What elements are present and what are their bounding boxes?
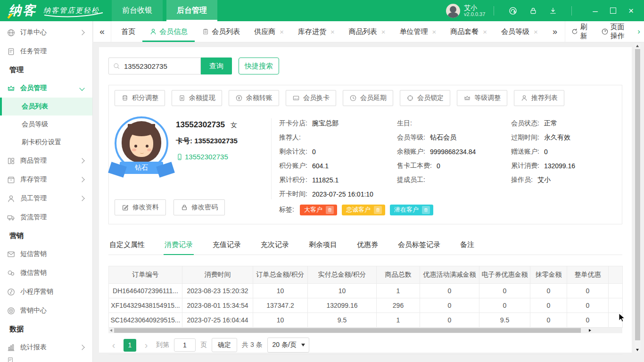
- horizontal-scrollbar-thumb[interactable]: [114, 328, 581, 333]
- member-details: 开卡分店:腕宝总部 推荐人: 剩余计次:0 积分账户:604.1 累计积分:11…: [279, 116, 616, 217]
- close-tab-icon[interactable]: ×: [432, 28, 437, 36]
- topnav: 前台收银 后台管理: [112, 0, 221, 21]
- scroll-left-arrow-icon[interactable]: [110, 329, 112, 332]
- balance-transfer-button[interactable]: 余额转账: [229, 90, 279, 106]
- scroll-right-arrow-icon[interactable]: [589, 329, 591, 332]
- sidebar-item-inventory-mgmt[interactable]: 库存管理: [0, 170, 92, 189]
- tab-remaining-items[interactable]: 剩余项目: [308, 236, 338, 255]
- sidebar-item-marketing-center[interactable]: 营销中心: [0, 301, 92, 320]
- app-version: v2.0.0.37: [464, 11, 485, 17]
- refresh-button[interactable]: 刷新: [565, 23, 595, 41]
- current-page-button[interactable]: 1: [124, 339, 136, 352]
- sidebar-item-member-mgmt[interactable]: 会员管理: [0, 79, 92, 98]
- page-size-select[interactable]: 20 条/页: [267, 337, 309, 353]
- tab-stock-in[interactable]: 库存进货×: [291, 21, 342, 42]
- tab-member-level[interactable]: 会员等级×: [494, 21, 545, 42]
- tab-member-list[interactable]: 会员列表: [195, 21, 247, 42]
- download-icon[interactable]: [549, 7, 557, 15]
- sidebar-item-card-points[interactable]: 刷卡积分设置: [0, 133, 92, 151]
- sidebar-item-goods-mgmt[interactable]: 商品管理: [0, 151, 92, 170]
- tab-unit-mgmt[interactable]: 单位管理×: [393, 21, 444, 42]
- collapse-tabs-button[interactable]: «: [93, 21, 111, 42]
- sidebar-item-miniapp-marketing[interactable]: 小程序营销: [0, 282, 92, 301]
- divider: [571, 6, 572, 16]
- tab-remarks[interactable]: 备注: [459, 236, 475, 255]
- table-header-row: 订单编号 消费时间 订单总金额/积分 实付总金额/积分 商品总数 优惠活动满减金…: [109, 266, 623, 284]
- sidebar-item-wechat-marketing[interactable]: 微信营销: [0, 263, 92, 282]
- tab-times-records[interactable]: 充次记录: [260, 236, 290, 255]
- balance-withdraw-button[interactable]: 余额提现: [172, 90, 222, 106]
- report-chart-icon: [7, 343, 16, 352]
- tags-label: 标签:: [279, 206, 294, 214]
- sidebar-item-employee-mgmt[interactable]: 员工管理: [0, 189, 92, 208]
- query-button[interactable]: 查询: [201, 58, 232, 74]
- sidebar-item-task-mgmt[interactable]: 任务管理: [0, 42, 92, 61]
- tab-consume-records[interactable]: 消费记录: [164, 236, 194, 255]
- refresh-icon: [571, 28, 578, 35]
- close-tab-icon[interactable]: ×: [381, 28, 386, 36]
- quick-search-button[interactable]: 快捷搜索: [239, 58, 279, 74]
- tab-home[interactable]: 首页: [114, 21, 142, 42]
- tab-supplier[interactable]: 供应商×: [247, 21, 291, 42]
- tab-custom-attrs[interactable]: 自定义属性: [108, 236, 146, 255]
- vertical-scrollbar-thumb[interactable]: [635, 49, 640, 340]
- member-search-input[interactable]: [108, 58, 201, 74]
- lock-screen-icon[interactable]: [529, 7, 537, 15]
- confirm-page-button[interactable]: 确定: [212, 338, 237, 352]
- support-headset-icon[interactable]: [508, 6, 518, 16]
- prev-page-button[interactable]: ‹: [108, 339, 119, 351]
- delete-tag-button[interactable]: [422, 206, 430, 214]
- close-tab-icon[interactable]: ×: [280, 28, 284, 36]
- next-page-button[interactable]: ›: [141, 339, 151, 351]
- close-tab-icon[interactable]: ×: [330, 28, 335, 36]
- sidebar-item-order-center[interactable]: 订单中心: [0, 23, 92, 42]
- member-detail: 钻石 13552302735女 卡号: 13552302735 13552302…: [115, 116, 616, 217]
- more-chevron[interactable]: ›: [636, 27, 644, 36]
- table-row[interactable]: XF164329438154915...2023-08-01 15:34:541…: [109, 298, 623, 313]
- tab-goods-list[interactable]: 商品列表×: [342, 21, 393, 42]
- sidebar-item-member-list[interactable]: 会员列表: [0, 98, 92, 115]
- member-card-no: 卡号: 13552302735: [176, 137, 238, 146]
- sidebar-item-statistics[interactable]: 统计报表: [0, 338, 92, 357]
- card-replace-button[interactable]: 会员换卡: [286, 90, 336, 106]
- member-extend-button[interactable]: 会员延期: [343, 90, 393, 106]
- app-tagline: 纳客管店更轻松: [43, 6, 99, 15]
- table-row[interactable]: DH16464072396111...2023-08-23 15:20:3210…: [109, 284, 623, 298]
- expand-tabs-button[interactable]: »: [545, 27, 565, 37]
- tab-coupons[interactable]: 优惠券: [356, 236, 379, 255]
- tab-member-info[interactable]: 会员信息: [142, 21, 195, 42]
- close-button[interactable]: ×: [628, 0, 634, 21]
- consume-records-table: 订单编号 消费时间 订单总金额/积分 实付总金额/积分 商品总数 优惠活动满减金…: [108, 266, 623, 328]
- minimize-button[interactable]: –: [593, 0, 598, 21]
- maximize-button[interactable]: [610, 8, 616, 14]
- sidebar-item-member-level[interactable]: 会员等级: [0, 115, 92, 133]
- level-adjust-button[interactable]: 等级调整: [457, 90, 507, 106]
- user-avatar[interactable]: [446, 4, 460, 18]
- close-tab-icon[interactable]: ×: [534, 28, 538, 36]
- tab-recharge-records[interactable]: 充值记录: [212, 236, 242, 255]
- referral-list-button[interactable]: 推荐列表: [514, 90, 564, 106]
- vertical-scrollbar[interactable]: [635, 43, 641, 353]
- points-adjust-button[interactable]: 积分调整: [115, 90, 165, 106]
- tab-tag-records[interactable]: 会员标签记录: [397, 236, 441, 255]
- tab-goods-combo[interactable]: 商品套餐×: [443, 21, 494, 42]
- delete-tag-button[interactable]: [326, 206, 334, 214]
- member-phone[interactable]: 13552302735: [176, 153, 238, 161]
- scroll-up-arrow-icon[interactable]: [636, 45, 639, 47]
- close-tab-icon[interactable]: ×: [483, 28, 487, 36]
- edit-profile-button[interactable]: 修改资料: [115, 199, 166, 215]
- horizontal-scrollbar[interactable]: [108, 328, 622, 333]
- delete-tag-button[interactable]: [374, 206, 382, 214]
- member-lock-button[interactable]: 会员锁定: [400, 90, 450, 106]
- topnav-tab-frontdesk[interactable]: 前台收银: [112, 0, 163, 21]
- page-ops-button[interactable]: 页面操作: [595, 23, 637, 41]
- topnav-tab-backoffice[interactable]: 后台管理: [166, 0, 217, 21]
- sidebar-item-logistics-mgmt[interactable]: 货流管理: [0, 208, 92, 227]
- sidebar-item-sms-marketing[interactable]: 短信营销: [0, 245, 92, 263]
- table-row[interactable]: SC164230640929515...2023-07-25 16:04:441…: [109, 313, 623, 328]
- scroll-down-arrow-icon[interactable]: [636, 349, 639, 351]
- user-name: 艾小: [464, 4, 485, 11]
- edit-password-button[interactable]: 修改密码: [173, 199, 225, 215]
- crown-icon: [7, 84, 16, 93]
- goto-page-input[interactable]: [174, 338, 196, 352]
